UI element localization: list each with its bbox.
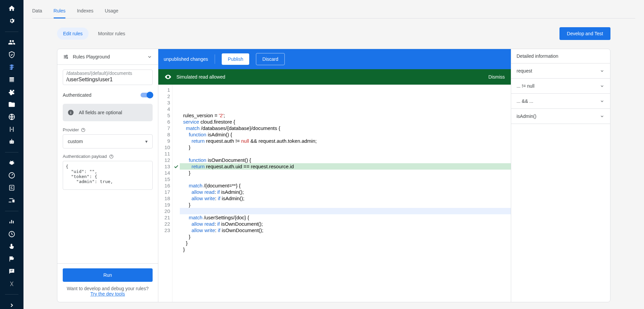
- globe-icon[interactable]: [8, 113, 16, 121]
- message-icon[interactable]: [8, 267, 16, 275]
- svg-rect-5: [9, 185, 14, 190]
- simulation-result-bar: Simulated read allowed Dismiss: [158, 69, 511, 85]
- help-icon[interactable]: [81, 128, 86, 132]
- authenticated-label: Authenticated: [63, 92, 92, 98]
- main-content: Data Rules Indexes Usage Edit rules Moni…: [23, 0, 644, 309]
- people-icon[interactable]: [8, 39, 16, 46]
- check-icon: [173, 163, 179, 170]
- chevron-down-icon: [599, 98, 605, 104]
- flag-icon[interactable]: [8, 255, 16, 263]
- rules-subtabs: Edit rules Monitor rules: [57, 28, 131, 40]
- chevron-down-icon: [147, 54, 153, 60]
- svg-point-2: [10, 141, 11, 142]
- functions-icon[interactable]: [8, 125, 16, 133]
- tab-indexes[interactable]: Indexes: [77, 4, 93, 18]
- firestore-icon[interactable]: [8, 63, 16, 71]
- clock-icon[interactable]: [8, 230, 16, 238]
- code-editor[interactable]: 1234567891011121314151617181920212223 ru…: [158, 85, 511, 302]
- touch-icon[interactable]: [8, 243, 16, 251]
- gear-icon[interactable]: [8, 17, 16, 25]
- expand-icon[interactable]: [8, 301, 16, 309]
- subtab-edit-rules[interactable]: Edit rules: [57, 28, 89, 40]
- svg-point-8: [65, 56, 66, 57]
- svg-point-13: [167, 76, 169, 78]
- detail-row[interactable]: request: [511, 63, 610, 79]
- analytics-icon[interactable]: [8, 218, 16, 226]
- detail-row[interactable]: isAdmin(): [511, 109, 610, 124]
- help-icon[interactable]: [109, 154, 114, 159]
- svg-point-3: [12, 141, 13, 142]
- chevron-down-icon: [599, 114, 605, 119]
- ab-test-icon[interactable]: [8, 280, 16, 288]
- dev-hint-text: Want to develop and debug your rules?: [67, 286, 149, 291]
- auth-payload-textarea[interactable]: { "uid": "", "token": { "admin": true,: [63, 161, 153, 190]
- tab-data[interactable]: Data: [32, 4, 42, 18]
- detail-row[interactable]: ... && ...: [511, 94, 610, 109]
- dev-tools-link[interactable]: Try the dev tools: [91, 291, 125, 297]
- svg-rect-1: [10, 140, 14, 143]
- subtab-monitor-rules[interactable]: Monitor rules: [92, 28, 131, 40]
- devices-icon[interactable]: [8, 196, 16, 204]
- left-nav-rail: [0, 0, 23, 309]
- details-panel: Detailed information request... != null.…: [511, 49, 610, 302]
- editor-panel: unpublished changes Publish Discard Simu…: [158, 49, 511, 302]
- run-button[interactable]: Run: [63, 268, 153, 282]
- simulation-message: Simulated read allowed: [176, 74, 484, 80]
- folder-icon[interactable]: [8, 100, 16, 108]
- chevron-down-icon: [599, 83, 605, 89]
- bug-icon[interactable]: [8, 159, 16, 167]
- authenticated-toggle[interactable]: [141, 93, 153, 97]
- info-icon: [67, 109, 74, 116]
- rules-playground-panel: Rules Playground /databases/(default)/do…: [57, 49, 158, 302]
- develop-and-test-button[interactable]: Develop and Test: [559, 27, 610, 40]
- rules-playground-header[interactable]: Rules Playground: [57, 49, 158, 65]
- home-icon[interactable]: [8, 5, 16, 12]
- path-input[interactable]: [66, 77, 149, 83]
- publish-button[interactable]: Publish: [222, 53, 249, 65]
- discard-button[interactable]: Discard: [256, 53, 284, 65]
- detail-row[interactable]: ... != null: [511, 79, 610, 94]
- extensions-icon[interactable]: [8, 88, 16, 96]
- eye-icon: [164, 73, 172, 81]
- checklist-icon[interactable]: [8, 184, 16, 192]
- unpublished-status: unpublished changes: [164, 56, 208, 62]
- editor-top-bar: unpublished changes Publish Discard: [158, 49, 511, 69]
- path-placeholder: /databases/(default)/documents: [66, 71, 149, 76]
- location-path-field[interactable]: /databases/(default)/documents: [63, 70, 153, 85]
- provider-label: Provider: [63, 127, 79, 132]
- details-title: Detailed information: [511, 49, 610, 63]
- info-banner: All fields are optional: [63, 104, 153, 121]
- payload-label: Authentication payload: [63, 154, 107, 159]
- dismiss-button[interactable]: Dismiss: [488, 74, 505, 80]
- svg-point-7: [66, 55, 67, 56]
- dashboard-icon[interactable]: [8, 172, 16, 179]
- database-icon[interactable]: [8, 76, 16, 84]
- sliders-icon: [63, 54, 69, 60]
- tab-rules[interactable]: Rules: [54, 4, 66, 18]
- dropdown-arrow-icon: ▾: [145, 139, 148, 144]
- robot-icon[interactable]: [8, 138, 16, 145]
- shield-check-icon[interactable]: [8, 51, 16, 59]
- chevron-down-icon: [599, 68, 605, 74]
- tab-usage[interactable]: Usage: [105, 4, 118, 18]
- rules-playground-title: Rules Playground: [73, 54, 110, 59]
- provider-select[interactable]: custom ▾: [63, 134, 153, 148]
- top-tabs: Data Rules Indexes Usage: [32, 0, 635, 18]
